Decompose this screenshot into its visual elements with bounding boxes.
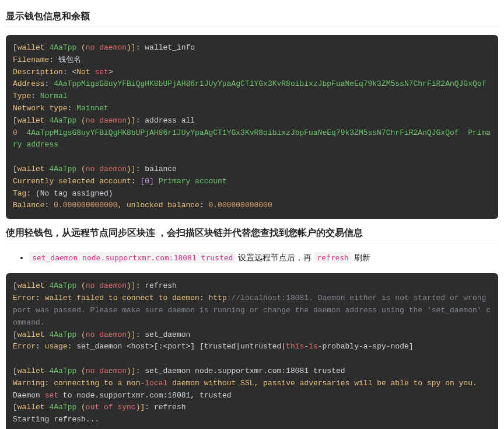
wallet-short: 4AaTpp [49,43,76,52]
wallet-address: 4AaTppMigsG8uyYFBiQgHK8bUPjAH86r1JUyYpaA… [54,79,486,88]
desc-label: Description [13,68,63,76]
wallet-label: wallet [18,43,50,52]
inline-code-setdaemon: set_daemon node.supportxmr.com:18081 tru… [29,252,236,263]
bracket: [ [13,43,18,52]
cmd: address all [145,116,195,125]
starting-refresh: Starting refresh... [13,415,99,424]
bullet-text2: 刷新 [354,253,370,262]
section2-heading: 使用轻钱包，从远程节点同步区块连 ，会扫描区块链并代替您查找到您帐户的交易信息 [6,227,498,243]
sel-acct: Currently selected account [13,177,131,186]
list-item: set_daemon node.supportxmr.com:18081 tru… [29,250,498,265]
filename-label: Filename [13,55,49,64]
cmd: balance [145,165,177,173]
cmd: wallet_info [145,43,195,52]
cmd: set_daemon node.supportxmr.com:18081 tru… [145,367,345,375]
section1-heading: 显示钱包信息和余额 [6,11,498,27]
type-value: Normal [40,92,68,100]
bal-val: 0.000000000000 [54,201,117,210]
code-block-wallet-info: [wallet 4AaTpp (no daemon)]: wallet_info… [6,35,498,219]
inline-code-refresh: refresh [314,252,352,263]
cmd: refresh [145,281,177,290]
out-of-sync: out of sync [86,403,136,411]
addr-full: 4AaTppMigsG8uyYFBiQgHK8bUPjAH86r1JUyYpaA… [26,128,459,137]
cmd: set_daemon [145,330,190,339]
type-label: Type [13,92,31,100]
filename-value: 钱包名 [58,55,81,64]
tag-label: Tag [13,189,26,198]
net-value: Mainnet [76,104,108,113]
no-daemon: no daemon [86,43,127,52]
bal-label: Balance [13,201,45,210]
net-label: Network type [13,104,68,113]
bullet-text1: 设置远程节点后，再 [238,253,312,262]
warn-label: Warning [13,379,45,388]
idx0: 0 [13,128,18,137]
unlocked-val: 0.000000000000 [208,201,272,210]
err-label: Error [13,294,36,302]
cmd: refresh [154,403,186,411]
code-block-refresh: [wallet 4AaTpp (no daemon)]: refresh Err… [6,273,498,429]
instruction-list: set_daemon node.supportxmr.com:18081 tru… [6,250,498,265]
addr-label: Address [13,79,45,88]
